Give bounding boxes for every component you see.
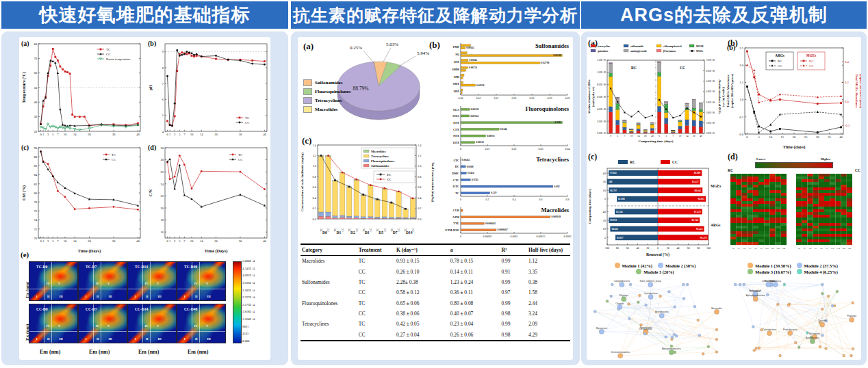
svg-text:0.00324: 0.00324	[470, 115, 478, 118]
table-row: FluoroquinolonesTC0.65 ± 0.060.80 ± 0.08…	[301, 298, 570, 308]
svg-text:0.0381: 0.0381	[554, 121, 561, 124]
svg-text:0: 0	[166, 239, 168, 243]
svg-text:ARGs: ARGs	[711, 223, 720, 227]
svg-text:30: 30	[239, 239, 242, 243]
svg-text:MGEs: MGEs	[711, 184, 721, 188]
svg-text:0.00254: 0.00254	[469, 66, 477, 69]
svg-text:10: 10	[190, 239, 194, 243]
svg-text:10: 10	[603, 189, 607, 192]
svg-text:40: 40	[263, 133, 266, 136]
svg-text:30: 30	[112, 239, 116, 243]
svg-text:5: 5	[604, 236, 607, 239]
right-figure: (a) tetracyclinesulfonamidechloramphenic…	[587, 37, 861, 360]
svg-text:10: 10	[603, 227, 607, 231]
removal-tornado-chart: RCCC97.04186.9094010083.4173096.79788.04…	[587, 157, 725, 261]
svg-text:CC: CC	[809, 64, 813, 68]
svg-text:D40: D40	[782, 248, 786, 250]
svg-text:ARGs: ARGs	[775, 53, 784, 57]
svg-text:TC: TC	[112, 153, 116, 157]
svg-text:Proteobacteria: Proteobacteria	[783, 328, 797, 331]
svg-text:88.042: 88.042	[695, 189, 702, 192]
svg-text:0: 0	[460, 147, 461, 150]
svg-text:1.4: 1.4	[313, 144, 317, 147]
svg-text:0.4: 0.4	[845, 60, 849, 64]
svg-text:1.20E+09: 1.20E+09	[597, 59, 606, 62]
svg-text:0.01: 0.01	[494, 96, 499, 100]
network-graph-CC: BacteroidotaChloroflexiProteobacteriaAct…	[726, 279, 860, 360]
svg-text:0.02: 0.02	[512, 147, 517, 150]
svg-text:0.0741: 0.0741	[472, 179, 478, 181]
eem-colorbar-ticks: 5.000E+44.545E+44.091E+43.636E+43.182E+4…	[242, 259, 255, 343]
svg-text:7: 7	[183, 239, 186, 243]
svg-text:5: 5	[162, 114, 164, 117]
svg-text:sulfonamide: sulfonamide	[630, 45, 644, 48]
svg-text:Alphaproteobacteria: Alphaproteobacteria	[746, 294, 765, 297]
svg-text:0.000168: 0.000168	[552, 215, 561, 218]
svg-text:5: 5	[52, 239, 54, 243]
svg-text:0.00532: 0.00532	[476, 141, 484, 144]
svg-text:80: 80	[34, 42, 37, 46]
svg-text:1.0: 1.0	[313, 164, 317, 168]
module-legend: Module 1 (42%)Module 2 (38%)Module 3 (20…	[587, 263, 724, 274]
svg-text:20: 20	[693, 135, 695, 137]
svg-text:0.5: 0.5	[739, 116, 743, 119]
svg-text:3.00E+08: 3.00E+08	[706, 101, 715, 104]
svg-text:82.722: 82.722	[692, 219, 699, 222]
table-row: CC0.38 ± 0.060.40 ± 0.070.983.24	[301, 308, 570, 319]
left-panel: 20304050607080013571014203040TCCCRoom te…	[1, 31, 288, 365]
svg-text:0.8: 0.8	[418, 175, 422, 179]
svg-text:D0: D0	[732, 248, 735, 250]
kinetics-table-box: CategoryTreatmentK (day⁻¹)aR²Half-live (…	[301, 244, 570, 341]
svg-text:Sulfonamides: Sulfonamides	[535, 42, 570, 49]
svg-text:Fluoroquinolones: Fluoroquinolones	[525, 105, 569, 112]
svg-text:7.00E+08: 7.00E+08	[706, 59, 715, 62]
svg-text:30: 30	[603, 219, 607, 222]
svg-text:CC: CC	[112, 158, 116, 161]
svg-text:94.021: 94.021	[611, 228, 618, 231]
svg-text:D10: D10	[831, 248, 834, 250]
svg-text:CC: CC	[778, 64, 782, 68]
heatmap-scale-higher: Higher	[821, 157, 830, 161]
svg-text:D5: D5	[754, 248, 757, 250]
svg-text:0.03: 0.03	[548, 96, 552, 100]
svg-text:D1: D1	[738, 248, 741, 250]
svg-text:Total Concentration (mg/kg): Total Concentration (mg/kg)	[431, 162, 435, 202]
svg-text:SQ: SQ	[455, 53, 459, 56]
svg-text:Actinobacteria: Actinobacteria	[655, 311, 669, 313]
module-legend-item: Module 4 (6.25%)	[797, 269, 838, 274]
svg-text:20: 20	[214, 239, 218, 243]
svg-text:D14: D14	[837, 248, 840, 250]
svg-text:5: 5	[52, 133, 54, 136]
svg-text:9: 9	[162, 50, 164, 53]
svg-text:1: 1	[169, 133, 171, 136]
svg-text:Actinobacteria: Actinobacteria	[806, 337, 819, 339]
svg-text:4: 4	[162, 130, 164, 133]
module-legend-item: Module 3 (16.67%)	[748, 269, 791, 274]
args-mges-lines: 0.00.51.01.52.02.505101520253035400.40.2…	[726, 42, 861, 150]
svg-text:14: 14	[200, 239, 203, 243]
svg-text:99.276: 99.276	[700, 237, 707, 239]
svg-text:8.00E+08: 8.00E+08	[597, 83, 606, 86]
svg-text:Tetracyclines: Tetracyclines	[371, 155, 389, 158]
svg-text:Limnochordia: Limnochordia	[639, 328, 652, 330]
svg-text:14: 14	[73, 133, 77, 136]
svg-text:35: 35	[828, 135, 831, 139]
svg-text:0.00E+00: 0.00E+00	[706, 132, 715, 135]
svg-text:0: 0	[166, 133, 168, 136]
args-heatmap-box: Lower Higher RC CCD0D1D2D3D5D7D10D14D20D…	[726, 157, 861, 261]
svg-text:2.00E+08: 2.00E+08	[706, 111, 715, 114]
svg-text:0.02790: 0.02790	[541, 62, 550, 64]
svg-text:OFX: OFX	[453, 141, 460, 144]
args-abundance-stacked: tetracyclinesulfonamidechloramphenicolML…	[587, 42, 725, 150]
svg-text:86: 86	[34, 164, 37, 168]
svg-text:0.6: 0.6	[418, 185, 422, 189]
svg-text:TC: TC	[106, 48, 110, 51]
svg-text:0.01: 0.01	[485, 147, 490, 150]
svg-text:Clostridia: Clostridia	[818, 319, 827, 322]
network-graph-RC: GemmatimonadetesCyanobacteriaClostridiaC…	[588, 279, 722, 360]
em-axis-label: Em (nm)	[40, 349, 60, 355]
svg-text:0.00015: 0.00015	[537, 235, 546, 238]
eem-plot: CC-D7 IIIIIIIVV	[78, 304, 127, 343]
svg-text:0.0002: 0.0002	[564, 235, 572, 238]
module-legend-item: Module 2 (38%)	[658, 263, 695, 268]
